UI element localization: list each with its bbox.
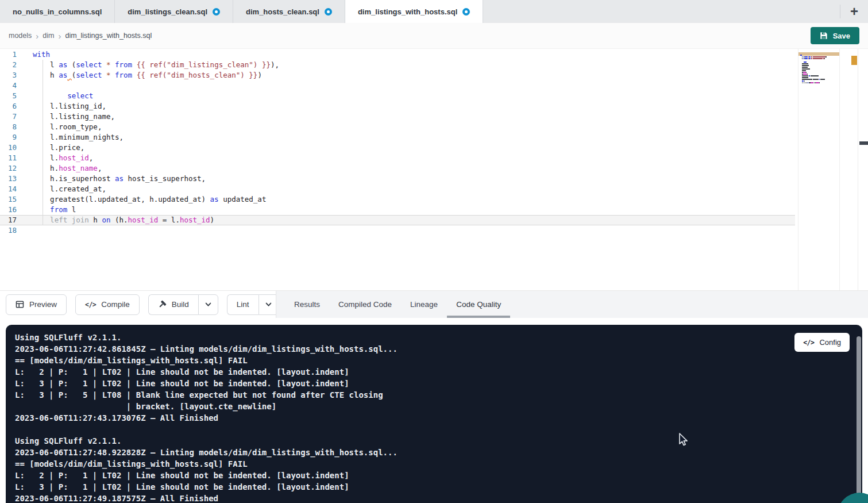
terminal-line bbox=[15, 424, 853, 435]
line-number: 7 bbox=[0, 112, 17, 122]
minimap-lines bbox=[800, 51, 838, 81]
lint-button-label: Lint bbox=[237, 300, 249, 309]
table-grid-icon bbox=[16, 300, 24, 309]
action-toolbar: Preview </> Compile Build bbox=[0, 290, 868, 318]
code-editor[interactable]: 123456789101112131415161718 with l as (s… bbox=[0, 49, 868, 290]
dbt-cloud-ide: no_nulls_in_columns.sqldim_listings_clea… bbox=[0, 0, 868, 503]
line-number: 1 bbox=[0, 49, 17, 60]
line-number: 5 bbox=[0, 91, 17, 101]
file-tab[interactable]: dim_listings_with_hosts.sql bbox=[345, 0, 483, 23]
file-tab[interactable]: dim_hosts_clean.sql bbox=[233, 0, 345, 23]
line-number: 18 bbox=[0, 225, 17, 236]
terminal-line: Using SQLFluff v2.1.1. bbox=[15, 435, 853, 447]
save-button[interactable]: Save bbox=[811, 27, 859, 44]
line-number: 3 bbox=[0, 70, 17, 80]
save-button-label: Save bbox=[833, 32, 850, 40]
code-line[interactable] bbox=[33, 80, 793, 91]
file-tab[interactable]: dim_listings_clean.sql bbox=[115, 0, 233, 23]
terminal-line: L: 2 | P: 1 | LT02 | Line should not be … bbox=[15, 366, 853, 378]
build-dropdown-button[interactable] bbox=[198, 294, 218, 315]
terminal-line: 2023-06-06T11:27:43.173076Z – All Finish… bbox=[15, 412, 853, 424]
code-line[interactable]: l.minimum_nights, bbox=[33, 132, 793, 143]
line-number: 17 bbox=[0, 215, 17, 225]
line-number: 10 bbox=[0, 143, 17, 153]
terminal-line: == [models/dim/dim_listings_with_hosts.s… bbox=[15, 458, 853, 470]
code-line[interactable]: l.listing_id, bbox=[33, 101, 793, 112]
preview-button[interactable]: Preview bbox=[6, 294, 67, 315]
terminal-scrollbar[interactable] bbox=[857, 336, 861, 503]
code-line[interactable]: from l bbox=[33, 205, 793, 215]
config-button[interactable]: </> Config bbox=[794, 333, 850, 352]
code-line[interactable] bbox=[33, 225, 793, 236]
code-line[interactable]: l.listing_name, bbox=[33, 112, 793, 122]
chevron-down-icon bbox=[265, 301, 272, 308]
lint-button[interactable]: Lint bbox=[227, 294, 259, 315]
file-tab-bar: no_nulls_in_columns.sqldim_listings_clea… bbox=[0, 0, 868, 23]
save-icon bbox=[820, 32, 828, 40]
file-tab-label: no_nulls_in_columns.sql bbox=[13, 7, 102, 16]
action-buttons: Preview </> Compile Build bbox=[0, 291, 276, 318]
panel-tab-code-quality[interactable]: Code Quality bbox=[447, 291, 510, 318]
code-line[interactable]: h as (select * from {{ ref("dim_hosts_cl… bbox=[33, 70, 793, 80]
code-brackets-icon: </> bbox=[85, 301, 96, 309]
code-line[interactable]: l.created_at, bbox=[33, 184, 793, 194]
open-file-tabs: no_nulls_in_columns.sqldim_listings_clea… bbox=[0, 0, 483, 23]
code-line[interactable]: l as (select * from {{ ref("dim_listings… bbox=[33, 60, 793, 70]
line-number: 16 bbox=[0, 205, 17, 215]
warning-marker bbox=[851, 56, 857, 65]
build-button[interactable]: Build bbox=[148, 294, 198, 315]
panel-tab-compiled-code[interactable]: Compiled Code bbox=[329, 291, 401, 318]
breadcrumb-item[interactable]: dim bbox=[43, 32, 54, 40]
file-tab-label: dim_hosts_clean.sql bbox=[246, 7, 319, 16]
line-number: 11 bbox=[0, 153, 17, 163]
panel-tab-lineage[interactable]: Lineage bbox=[401, 291, 447, 318]
compile-button[interactable]: </> Compile bbox=[75, 294, 140, 315]
line-number: 2 bbox=[0, 60, 17, 70]
scroll-position-marker bbox=[859, 141, 868, 145]
build-button-label: Build bbox=[172, 300, 189, 309]
unsaved-changes-dot bbox=[462, 8, 470, 16]
file-tab-label: dim_listings_with_hosts.sql bbox=[358, 7, 457, 16]
breadcrumb-item[interactable]: models bbox=[9, 32, 32, 40]
line-number-gutter: 123456789101112131415161718 bbox=[0, 49, 27, 236]
breadcrumb-item[interactable]: dim_listings_with_hosts.sql bbox=[65, 32, 152, 40]
code-line[interactable]: select bbox=[33, 91, 793, 101]
terminal-line: L: 2 | P: 1 | LT02 | Line should not be … bbox=[15, 470, 853, 481]
line-number: 6 bbox=[0, 101, 17, 112]
hammer-icon bbox=[158, 300, 167, 309]
terminal-line: 2023-06-06T11:27:42.861845Z – Linting mo… bbox=[15, 343, 853, 355]
preview-button-label: Preview bbox=[29, 300, 57, 309]
terminal-line: 2023-06-06T11:27:48.922828Z – Linting mo… bbox=[15, 447, 853, 458]
terminal-line: L: 3 | P: 1 | LT02 | Line should not be … bbox=[15, 481, 853, 493]
chevron-right-icon: › bbox=[58, 32, 61, 40]
code-line[interactable]: h.is_superhost as host_is_superhost, bbox=[33, 174, 793, 184]
terminal-line: | bracket. [layout.cte_newline] bbox=[15, 401, 853, 412]
code-line[interactable]: l.room_type, bbox=[33, 122, 793, 132]
panel-tab-results[interactable]: Results bbox=[285, 291, 329, 318]
compile-button-label: Compile bbox=[101, 300, 130, 309]
overview-ruler bbox=[858, 49, 858, 290]
code-line[interactable]: l.price, bbox=[33, 143, 793, 153]
terminal-line: 2023-06-06T11:27:49.187575Z – All Finish… bbox=[15, 493, 853, 503]
breadcrumb-bar: models›dim›dim_listings_with_hosts.sql S… bbox=[0, 23, 868, 49]
unsaved-changes-dot bbox=[325, 8, 332, 16]
chevron-down-icon bbox=[205, 301, 212, 308]
code-content[interactable]: with l as (select * from {{ ref("dim_lis… bbox=[33, 49, 793, 236]
terminal-line: == [models/dim/dim_listings_with_hosts.s… bbox=[15, 355, 853, 366]
chevron-right-icon: › bbox=[36, 32, 38, 40]
terminal-line: L: 3 | P: 1 | LT02 | Line should not be … bbox=[15, 378, 853, 389]
code-line[interactable]: h.host_name, bbox=[33, 163, 793, 174]
code-line[interactable]: left join h on (h.host_id = l.host_id) bbox=[33, 215, 793, 225]
config-button-label: Config bbox=[819, 338, 841, 347]
line-number: 4 bbox=[0, 80, 17, 91]
file-tab[interactable]: no_nulls_in_columns.sql bbox=[0, 0, 115, 23]
unsaved-changes-dot bbox=[213, 8, 220, 16]
line-number: 8 bbox=[0, 122, 17, 132]
minimap[interactable] bbox=[798, 49, 840, 290]
code-line[interactable]: with bbox=[33, 49, 793, 60]
code-brackets-icon: </> bbox=[803, 339, 814, 347]
code-line[interactable]: l.host_id, bbox=[33, 153, 793, 163]
new-tab-button[interactable]: + bbox=[840, 0, 868, 23]
tab-bar-spacer bbox=[483, 0, 840, 23]
code-line[interactable]: greatest(l.updated_at, h.updated_at) as … bbox=[33, 194, 793, 205]
